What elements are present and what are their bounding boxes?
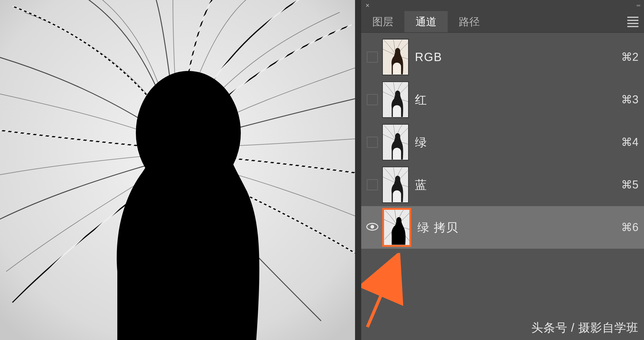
visibility-toggle[interactable] [362, 137, 382, 148]
tab-channels[interactable]: 通道 [404, 11, 448, 32]
channel-thumbnail[interactable] [382, 167, 409, 203]
channel-row-blue[interactable]: 蓝 ⌘5 [361, 164, 644, 206]
channel-shortcut: ⌘6 [621, 221, 638, 234]
channel-name: 绿 [409, 135, 621, 150]
channels-panel: × 图层 通道 路径 [361, 0, 644, 340]
channel-thumbnail[interactable] [382, 81, 409, 118]
channel-row-green-copy[interactable]: 绿 拷贝 ⌘6 [361, 206, 644, 249]
tab-paths[interactable]: 路径 [448, 11, 491, 32]
channel-thumbnail[interactable] [382, 124, 409, 160]
channel-shortcut: ⌘5 [621, 178, 638, 191]
channel-list: RGB ⌘2 红 ⌘3 [361, 33, 644, 340]
channel-name: 红 [409, 92, 621, 108]
collapse-icon[interactable] [635, 4, 642, 7]
panel-tabs: 图层 通道 路径 [361, 11, 644, 33]
channel-row-green[interactable]: 绿 ⌘4 [361, 121, 644, 164]
tab-layers[interactable]: 图层 [361, 11, 404, 32]
visibility-toggle[interactable] [362, 94, 382, 105]
eye-icon [366, 220, 379, 235]
channel-name: 蓝 [409, 177, 621, 193]
visibility-toggle[interactable] [362, 179, 382, 190]
channel-name: RGB [409, 51, 621, 64]
svg-point-9 [370, 225, 374, 229]
channel-thumbnail[interactable] [382, 39, 409, 75]
svg-point-3 [136, 71, 241, 194]
visibility-toggle[interactable] [362, 220, 382, 235]
channel-name: 绿 拷贝 [411, 220, 621, 235]
panel-header: × [361, 0, 644, 11]
visibility-toggle[interactable] [362, 52, 382, 63]
panel-gap [355, 0, 361, 340]
close-icon[interactable]: × [364, 2, 371, 10]
document-canvas[interactable] [0, 0, 355, 340]
channel-shortcut: ⌘3 [621, 93, 638, 106]
channel-row-red[interactable]: 红 ⌘3 [361, 78, 644, 121]
watermark: 头条号 / 摄影自学班 [531, 320, 638, 336]
panel-menu-icon[interactable] [622, 11, 644, 32]
channel-shortcut: ⌘2 [621, 51, 638, 64]
channel-row-rgb[interactable]: RGB ⌘2 [361, 36, 644, 78]
channel-thumbnail[interactable] [382, 208, 411, 247]
channel-shortcut: ⌘4 [621, 136, 638, 149]
